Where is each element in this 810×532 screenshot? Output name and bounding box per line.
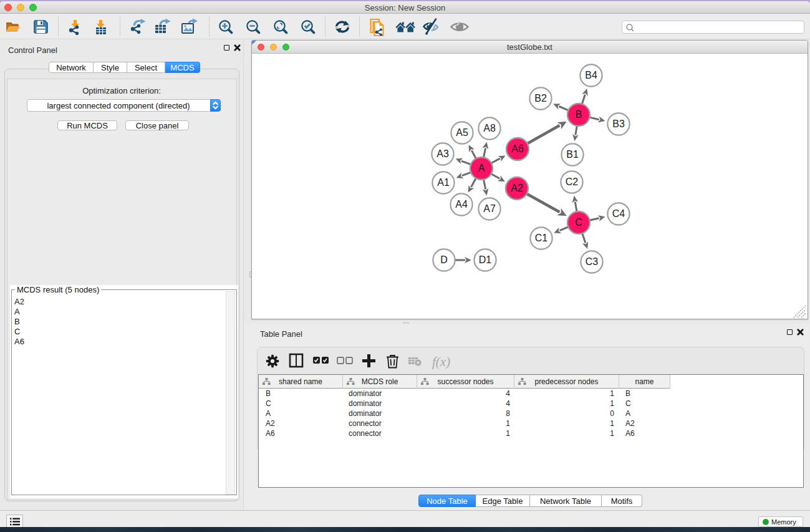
svg-text:C: C — [575, 217, 582, 228]
svg-text:f(x): f(x) — [432, 354, 450, 369]
svg-text:C4: C4 — [612, 208, 625, 219]
svg-text:A7: A7 — [483, 203, 496, 214]
svg-text:D1: D1 — [479, 254, 492, 265]
svg-text:B2: B2 — [534, 93, 547, 104]
svg-text:B4: B4 — [585, 70, 597, 80]
svg-text:A5: A5 — [456, 127, 468, 138]
svg-text:A2: A2 — [511, 183, 523, 193]
svg-text:B: B — [576, 109, 582, 120]
svg-text:A1: A1 — [437, 177, 450, 188]
svg-text:C3: C3 — [586, 256, 599, 267]
svg-text:D: D — [440, 254, 448, 265]
svg-text:B3: B3 — [612, 118, 625, 129]
svg-text:A6: A6 — [511, 143, 524, 154]
svg-text:A3: A3 — [436, 148, 449, 159]
svg-text:B1: B1 — [566, 149, 579, 160]
svg-text:C2: C2 — [566, 177, 579, 187]
svg-text:C1: C1 — [535, 233, 548, 243]
svg-text:A8: A8 — [483, 123, 496, 133]
svg-text:A: A — [478, 163, 485, 173]
svg-text:A4: A4 — [455, 199, 468, 210]
